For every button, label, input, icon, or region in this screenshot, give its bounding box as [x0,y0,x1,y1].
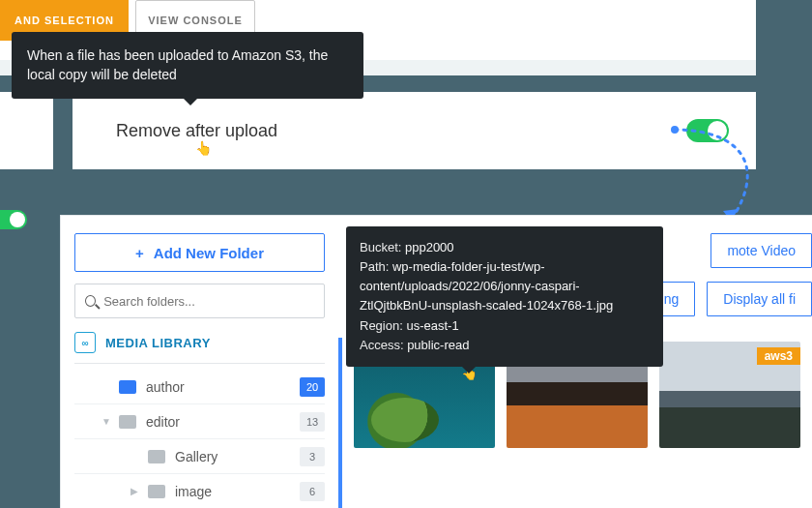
access-value: public-read [407,338,469,352]
setting-row: Remove after upload [72,92,756,169]
folder-name: Gallery [175,449,300,464]
add-folder-label: Add New Folder [154,245,264,261]
tooltip-s3-details: Bucket: ppp2000 Path: wp-media-folder-ju… [346,226,663,367]
chevron-down-icon[interactable]: ▼ [102,416,119,427]
search-folders-field[interactable] [74,284,325,318]
remote-video-button[interactable]: mote Video [710,233,812,268]
search-input[interactable] [103,294,314,309]
search-icon [85,295,96,307]
chevron-right-icon[interactable]: ▶ [130,486,148,496]
folder-icon [119,415,136,429]
tree-row[interactable]: author 20 [74,370,325,404]
folder-count: 13 [300,412,325,432]
path-label: Path: [360,259,392,274]
folder-name: author [146,379,300,395]
folder-name: image [175,484,300,499]
bucket-label: Bucket: [360,240,405,254]
media-library-icon: ∞ [74,332,96,353]
media-thumbnail[interactable]: aws3 [659,342,800,448]
sidebar: + Add New Folder ∞ MEDIA LIBRARY author … [61,216,338,508]
tree-row[interactable]: Gallery 3 [74,439,325,474]
region-value: us-east-1 [406,318,458,333]
add-new-folder-button[interactable]: + Add New Folder [74,233,325,272]
display-all-button[interactable]: Display all fi [707,282,812,316]
setting-label: Remove after upload [116,121,277,141]
media-library-header[interactable]: ∞ MEDIA LIBRARY [74,332,325,364]
aws3-badge: aws3 [757,347,800,365]
left-strip [0,92,53,169]
region-label: Region: [360,318,406,333]
path-value: wp-media-folder-ju-test/wp-content/uploa… [360,259,613,313]
svg-point-1 [671,126,679,134]
folder-count: 3 [300,447,325,466]
folder-count: 20 [300,377,325,397]
folder-icon [148,485,165,498]
selection-bar [338,338,342,508]
tooltip-remove-after-upload: When a file has been uploaded to Amazon … [12,32,363,99]
secondary-toggle[interactable] [0,210,27,229]
media-library-title: MEDIA LIBRARY [105,336,211,350]
folder-tree: author 20 ▼ editor 13 Gallery 3 ▶ image … [74,370,325,508]
folder-name: editor [146,414,300,430]
tree-row[interactable]: ▶ image 6 [74,474,325,508]
folder-icon [148,450,165,463]
bucket-value: ppp2000 [405,240,454,254]
top-actions: mote Video [710,233,812,268]
access-label: Access: [360,338,407,352]
plus-icon: + [135,245,144,261]
folder-count: 6 [300,482,325,501]
tree-row[interactable]: ▼ editor 13 [74,404,325,439]
folder-icon [119,380,136,394]
